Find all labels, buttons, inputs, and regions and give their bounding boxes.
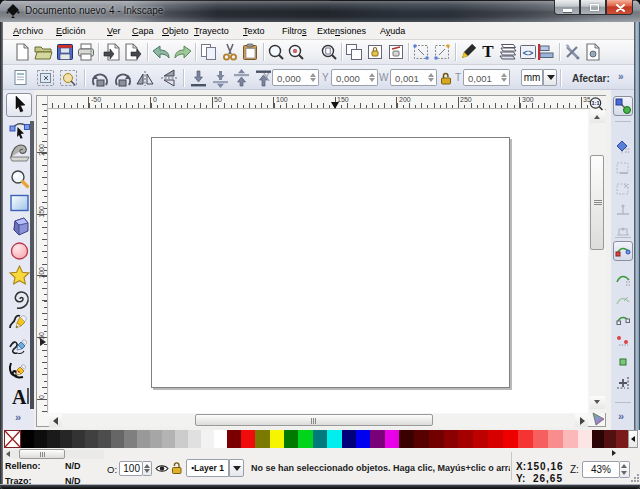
svg-text:<>: <> xyxy=(523,48,534,58)
svg-text:1:1: 1:1 xyxy=(592,100,600,106)
